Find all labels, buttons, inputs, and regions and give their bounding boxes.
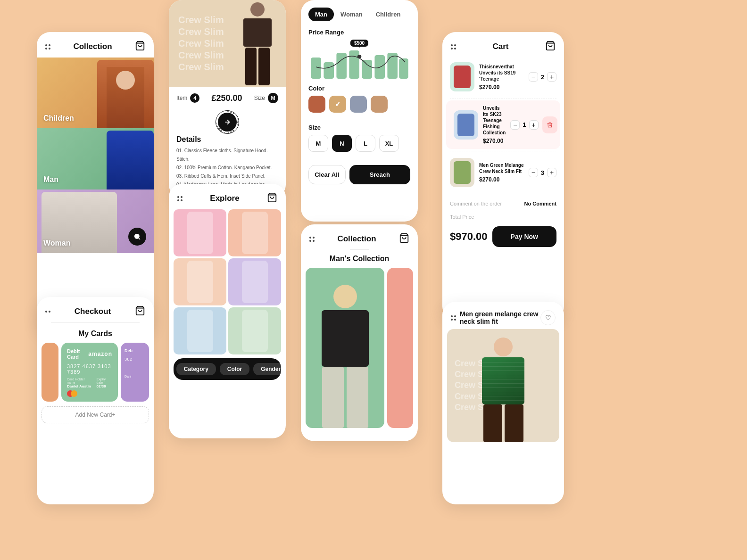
checkout-divider [51,322,140,323]
menu-icon-explore[interactable] [177,196,183,201]
screen-explore: Explore [169,184,286,438]
card-meta: Card Holder name Daniel Austin Expiry da… [67,378,112,388]
swatch-0[interactable] [308,96,325,113]
collection-woman[interactable]: Woman [37,189,154,253]
explore-title: Explore [210,194,239,203]
price-range-section: Price Range $500 [301,25,418,81]
cart-icon-mans[interactable] [399,233,409,245]
size-N[interactable]: N [332,135,352,152]
cart-header: Cart [442,32,564,58]
cart-item-3: Men Green Melange Crew Neck Slim Fit $27… [442,153,564,192]
tab-children[interactable]: Children [369,8,407,21]
mans-grid [301,268,418,428]
menu-icon-cart[interactable] [451,44,456,49]
qty-num-2: 1 [523,121,526,128]
screen-product-card: Men green melange crew neck slim fit ♡ C… [442,302,564,504]
cart-item-img-3 [450,158,474,187]
card-brand: amazon [88,351,112,357]
cart-item-price-3: $270.00 [479,176,524,183]
mans-main-img[interactable] [306,268,384,428]
qty-minus-2[interactable]: − [510,120,520,130]
collection-children[interactable]: Children [37,58,154,128]
explore-bottom-bar: ⚙ Category Color Gender [174,358,281,380]
svg-text:BUY • BUY • BUY • BUY •: BUY • BUY • BUY • BUY • [216,110,239,134]
swatch-2[interactable] [350,96,367,113]
product-card-header: Men green melange crew neck slim fit ♡ [442,302,564,329]
search-button[interactable]: Sreach [349,165,410,184]
checkout-header: Checkout [37,297,154,322]
explore-cell-1[interactable] [228,209,281,256]
gender-btn[interactable]: Gender [253,363,286,375]
card-number: 3827 4637 3103 7389 [67,363,112,375]
size-XL[interactable]: XL [379,135,399,152]
swatch-1[interactable]: ✓ [329,96,346,113]
details-section: Details 01. Classics Fleece cloths. Sign… [169,135,286,189]
menu-icon-checkout[interactable] [45,311,50,313]
qty-plus-2[interactable]: + [529,120,539,130]
cart-item-img-2 [454,110,478,140]
clear-all-button[interactable]: Clear All [308,165,346,184]
menu-icon-product[interactable] [451,315,456,321]
filter-icon: ⚙ [169,365,173,373]
explore-cell-0[interactable] [174,209,226,256]
cart-icon-checkout[interactable] [135,305,145,318]
svg-rect-12 [399,58,408,79]
explore-cell-2[interactable] [174,258,226,305]
cart-item-name-2: Unveils its SK23 Teenage Fishing Collect… [483,105,506,136]
tab-woman[interactable]: Woman [334,8,369,21]
svg-point-13 [357,55,362,58]
svg-rect-6 [324,62,334,79]
add-card-button[interactable]: Add New Card+ [42,406,149,423]
qty-plus-3[interactable]: + [547,168,556,177]
tab-man[interactable]: Man [308,8,334,21]
category-btn[interactable]: Category [176,363,216,375]
size-M[interactable]: M [308,135,328,152]
mans-coll-title: Collection [337,234,376,244]
color-label: Color [308,85,410,92]
comment-label: Comment on the order [450,201,502,206]
separator [350,249,369,250]
size-badge: Size M [254,93,278,103]
product-price: £250.00 [211,93,242,103]
color-btn[interactable]: Color [220,363,249,375]
explore-cell-3[interactable] [228,258,281,305]
menu-icon-mans[interactable] [309,237,315,242]
mans-side-img[interactable] [387,268,413,428]
cart-item-img-1 [450,62,474,91]
my-cards-title: My Cards [37,328,154,343]
search-fab[interactable] [128,228,146,246]
qty-plus-1[interactable]: + [547,72,556,82]
cards-row: Debit Card amazon 3827 4637 3103 7389 Ca… [37,343,154,402]
cart-item-price-2: $270.00 [483,138,506,144]
svg-line-2 [139,238,140,239]
details-text: 01. Classics Fleece cloths. Signature Ho… [176,147,278,189]
item-number: 4 [190,93,199,103]
filter-actions: Clear All Sreach [301,161,418,188]
card-holder: Daniel Austin [67,384,93,388]
explore-cell-5[interactable] [228,307,281,354]
cart-item-info-3: Men Green Melange Crew Neck Slim Fit $27… [479,162,524,183]
cart-comment: Comment on the order No Comment [442,196,564,211]
card-orange[interactable] [42,343,58,402]
cart-item-1: Thisisneverthat Unveils its SS19 'Teenag… [442,58,564,96]
cart-icon[interactable] [135,41,145,53]
qty-minus-3[interactable]: − [529,168,538,177]
favorite-button[interactable]: ♡ [540,310,556,325]
cart-icon-explore[interactable] [267,192,277,205]
qty-minus-1[interactable]: − [529,72,538,82]
card-green[interactable]: Debit Card amazon 3827 4637 3103 7389 Ca… [61,343,118,402]
children-label: Children [43,114,74,123]
price-range-label: Price Range [308,29,410,36]
pay-row: $970.00 Pay Now [442,222,564,255]
man-label: Man [43,175,58,184]
swatch-3[interactable] [371,96,388,113]
screen-cart: Cart Thisisneverthat Unveils its SS19 'T… [442,32,564,320]
pay-button[interactable]: Pay Now [492,226,556,247]
collection-man[interactable]: Man [37,128,154,189]
size-L[interactable]: L [356,135,375,152]
explore-cell-4[interactable] [174,307,226,354]
menu-icon[interactable] [45,44,50,49]
delete-btn-2[interactable] [542,116,557,133]
card-purple[interactable]: Deb 382 Dani [121,343,149,402]
cart-icon-cart[interactable] [545,41,556,53]
